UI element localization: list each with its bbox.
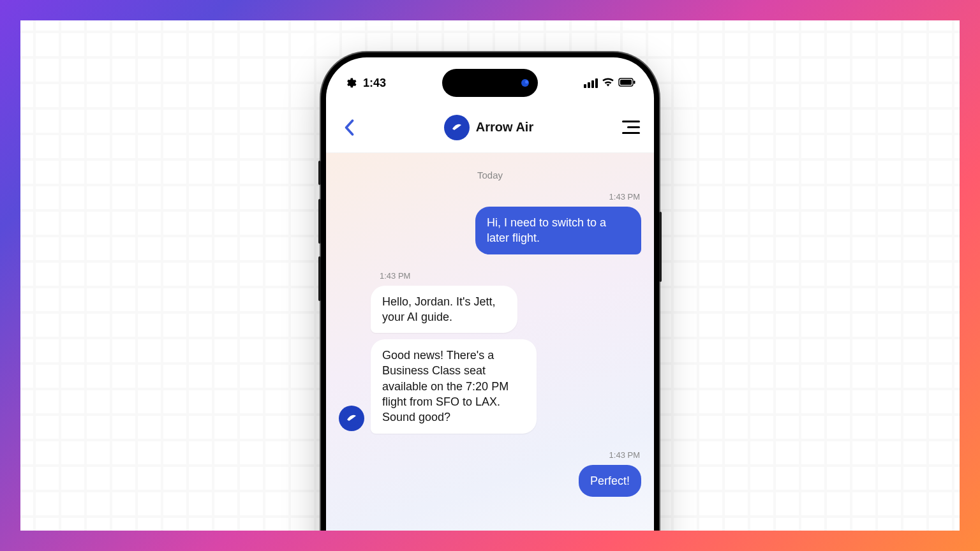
bot-avatar-icon (339, 406, 364, 431)
camera-dot-icon (521, 79, 529, 87)
menu-button[interactable] (620, 119, 640, 136)
dynamic-island (442, 69, 538, 97)
brand: Arrow Air (444, 115, 533, 140)
bot-message-row: Hello, Jordan. It's Jett, your AI guide.… (339, 286, 641, 434)
phone-frame: 1:43 (321, 52, 659, 531)
user-message-bubble: Hi, I need to switch to a later flight. (475, 207, 641, 254)
svg-rect-1 (620, 80, 632, 85)
volume-up (318, 199, 321, 244)
cell-signal-icon (584, 78, 598, 88)
msg-timestamp: 1:43 PM (340, 192, 640, 202)
silent-switch (318, 161, 321, 185)
brand-logo-icon (444, 115, 470, 140)
user-message-row: Perfect! (339, 465, 641, 497)
date-separator: Today (339, 170, 641, 180)
wifi-icon (602, 77, 614, 90)
brand-name: Arrow Air (476, 120, 533, 135)
svg-rect-2 (634, 80, 635, 84)
gear-icon (344, 77, 357, 89)
chat-area[interactable]: Today 1:43 PM Hi, I need to switch to a … (326, 153, 654, 531)
power-button (659, 212, 662, 282)
msg-timestamp: 1:43 PM (340, 271, 640, 281)
bot-message-bubble: Hello, Jordan. It's Jett, your AI guide. (371, 286, 517, 334)
bot-message-bubble: Good news! There's a Business Class seat… (371, 339, 537, 433)
user-message-row: Hi, I need to switch to a later flight. (339, 207, 641, 254)
back-button[interactable] (340, 119, 358, 136)
status-time: 1:43 (363, 77, 386, 90)
msg-timestamp: 1:43 PM (340, 450, 640, 460)
user-message-bubble: Perfect! (579, 465, 641, 497)
battery-icon (618, 77, 636, 90)
volume-down (318, 256, 321, 301)
app-header: Arrow Air (326, 102, 654, 153)
phone-screen: 1:43 (326, 57, 654, 531)
